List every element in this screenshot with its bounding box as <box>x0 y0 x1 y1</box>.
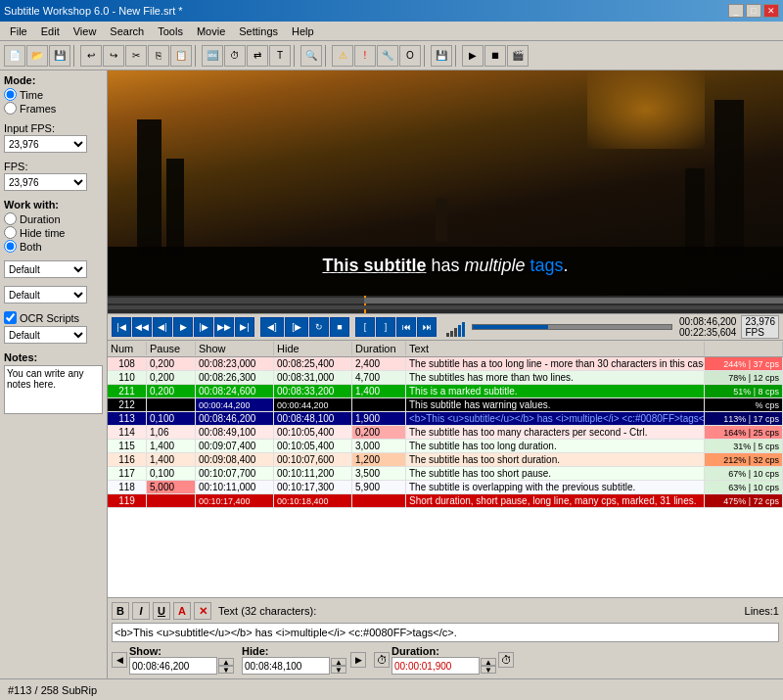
movie-btn3[interactable]: 🎬 <box>507 45 529 67</box>
ocr-dropdown[interactable]: Default <box>4 326 87 344</box>
step-back-button[interactable]: ◀| <box>153 317 172 337</box>
set-hide-button[interactable]: [▶ <box>285 317 308 337</box>
window-title: Subtitle Workshop 6.0 - New File.srt * <box>4 5 183 17</box>
step-fwd-button[interactable]: |▶ <box>194 317 213 337</box>
table-row[interactable]: 118 5,000 00:10:11,000 00:10:17,300 5,90… <box>108 481 783 494</box>
sync-button[interactable]: ⇄ <box>247 45 268 67</box>
menu-edit[interactable]: Edit <box>35 24 66 38</box>
fps-select[interactable]: 23,976 <box>4 173 87 191</box>
menu-file[interactable]: File <box>4 24 33 38</box>
mode-frames-radio[interactable]: Frames <box>4 102 103 115</box>
fix-button[interactable]: 🔧 <box>377 45 398 67</box>
hide-input[interactable] <box>242 657 330 675</box>
table-row[interactable]: 114 1,06 00:08:49,100 00:10:05,400 0,200… <box>108 426 783 440</box>
menu-view[interactable]: View <box>68 24 103 38</box>
paste-button[interactable]: 📋 <box>170 45 192 67</box>
close-button[interactable]: ✕ <box>763 4 779 18</box>
duration-icon[interactable]: ⏱ <box>374 652 390 668</box>
work-both-radio[interactable]: Both <box>4 240 103 253</box>
ffwd-button[interactable]: ▶▶ <box>214 317 234 337</box>
row-pause: 0,200 <box>147 357 196 370</box>
set-show-button[interactable]: ◀] <box>260 317 284 337</box>
hide-field-group: Hide: ▲ ▼ ▶ <box>242 645 366 675</box>
timing-button[interactable]: ⏱ <box>224 45 246 67</box>
duration-clock-icon[interactable]: ⏱ <box>498 652 514 668</box>
table-row[interactable]: 117 0,100 00:10:07,700 00:10:11,200 3,50… <box>108 467 783 481</box>
duration-down-button[interactable]: ▼ <box>481 666 496 674</box>
input-fps-select[interactable]: 23,976 <box>4 135 87 153</box>
new-button[interactable]: 📄 <box>4 45 25 67</box>
table-row[interactable]: 108 0,200 00:08:23,000 00:08:25,400 2,40… <box>108 357 783 371</box>
table-row-selected[interactable]: 113 0,100 00:08:46,200 00:08:48,100 1,90… <box>108 412 783 426</box>
hide-next-button[interactable]: ▶ <box>350 652 366 668</box>
export-button[interactable]: 💾 <box>431 45 452 67</box>
maximize-button[interactable]: □ <box>746 4 761 18</box>
rewind-button[interactable]: ◀◀ <box>132 317 152 337</box>
goto-end-button[interactable]: ⏭ <box>417 317 437 337</box>
show-prev-button[interactable]: ◀ <box>112 652 127 668</box>
table-row[interactable]: 110 0,200 00:08:26,300 00:08:31,000 4,70… <box>108 371 783 385</box>
ocr-checkbox[interactable]: OCR Scripts <box>4 311 103 324</box>
translate-button[interactable]: T <box>269 45 291 67</box>
mode-time-radio[interactable]: Time <box>4 88 103 101</box>
play-button[interactable]: ▶ <box>173 317 193 337</box>
cut-button[interactable]: ✂ <box>125 45 147 67</box>
goto-start-button[interactable]: ⏮ <box>396 317 416 337</box>
menu-tools[interactable]: Tools <box>152 24 189 38</box>
copy-button[interactable]: ⎘ <box>148 45 169 67</box>
dropdown1-select[interactable]: Default <box>4 260 87 278</box>
progress-bar[interactable] <box>472 324 672 330</box>
search-button[interactable]: 🔍 <box>300 45 322 67</box>
table-row[interactable]: 119 00:10:17,400 00:10:18,400 Short dura… <box>108 494 783 508</box>
show-input[interactable] <box>129 657 217 675</box>
movie-btn1[interactable]: ▶ <box>462 45 484 67</box>
menu-search[interactable]: Search <box>104 24 150 38</box>
warn-button[interactable]: ⚠ <box>332 45 353 67</box>
italic-button[interactable]: I <box>132 602 150 620</box>
work-duration-radio[interactable]: Duration <box>4 212 103 225</box>
show-down-button[interactable]: ▼ <box>218 666 234 674</box>
bold-button[interactable]: B <box>112 602 129 620</box>
stop-button[interactable]: ■ <box>330 317 349 337</box>
mark-out-button[interactable]: ] <box>376 317 395 337</box>
movie-btn2[interactable]: ⏹ <box>484 45 506 67</box>
clear-format-button[interactable]: ✕ <box>194 602 211 620</box>
minimize-button[interactable]: _ <box>728 4 744 18</box>
prev-subtitle-button[interactable]: |◀ <box>112 317 131 337</box>
table-row[interactable]: 116 1,400 00:09:08,400 00:10:07,600 1,20… <box>108 453 783 467</box>
dropdown2-select[interactable]: Default <box>4 286 87 303</box>
color-button[interactable]: A <box>173 602 191 620</box>
subtitle-period: . <box>564 256 569 275</box>
save-button[interactable]: 💾 <box>49 45 70 67</box>
notes-box[interactable]: You can write any notes here. <box>4 365 103 414</box>
col-duration: Duration <box>352 342 406 355</box>
loop-button[interactable]: ↻ <box>309 317 329 337</box>
menu-settings[interactable]: Settings <box>233 24 284 38</box>
spell-button[interactable]: 🔤 <box>202 45 223 67</box>
time-display: 00:08:46,200 00:22:35,604 <box>679 316 736 338</box>
table-row[interactable]: 212 00:00:44,200 00:00:44,200 This subti… <box>108 398 783 412</box>
timeline-bar[interactable] <box>108 296 783 313</box>
subtitle-italic-text: multiple <box>464 256 525 275</box>
duration-input[interactable] <box>392 657 480 675</box>
hide-down-button[interactable]: ▼ <box>331 666 346 674</box>
undo-button[interactable]: ↩ <box>80 45 102 67</box>
table-row[interactable]: 211 0,200 00:08:24,600 00:08:33,200 1,40… <box>108 385 783 398</box>
show-spinners: ▲ ▼ <box>218 658 234 674</box>
work-hidetime-radio[interactable]: Hide time <box>4 226 103 239</box>
mode-section: Mode: Time Frames <box>4 74 103 115</box>
open-button[interactable]: 📂 <box>26 45 48 67</box>
menu-movie[interactable]: Movie <box>191 24 231 38</box>
text-editor[interactable]: <b>This <u>subtitle</u></b> has <i>multi… <box>112 623 779 642</box>
mark-in-button[interactable]: [ <box>355 317 375 337</box>
ocr-button[interactable]: O <box>399 45 421 67</box>
table-row[interactable]: 115 1,400 00:09:07,400 00:10:05,400 3,00… <box>108 440 783 453</box>
toolbar-sep1 <box>73 45 77 67</box>
notes-section: Notes: You can write any notes here. <box>4 351 103 414</box>
progress-fill <box>473 325 548 329</box>
redo-button[interactable]: ↪ <box>103 45 124 67</box>
underline-button[interactable]: U <box>153 602 170 620</box>
error-button[interactable]: ! <box>354 45 376 67</box>
next-subtitle-button[interactable]: ▶| <box>235 317 254 337</box>
menu-help[interactable]: Help <box>286 24 320 38</box>
